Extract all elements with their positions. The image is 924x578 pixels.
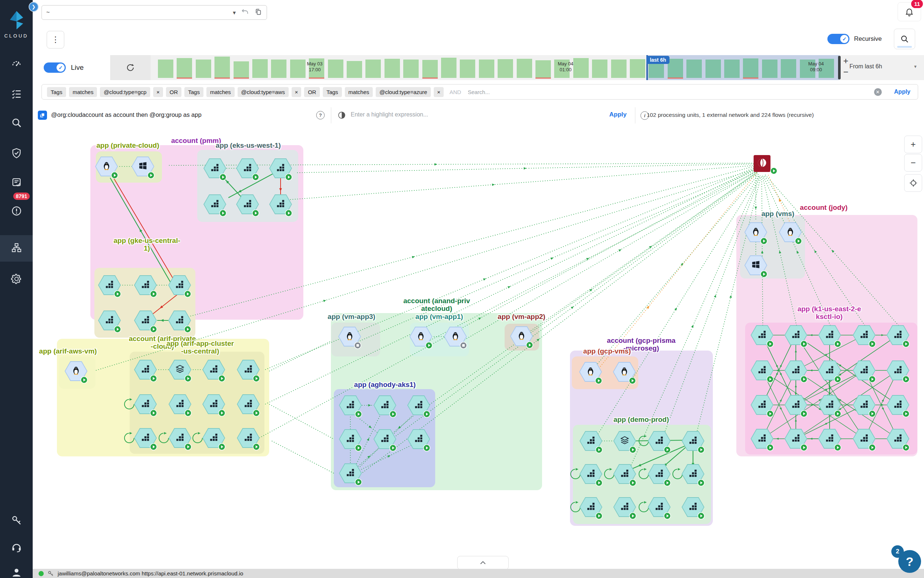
sidebar-item-alerts[interactable]: 8791 bbox=[0, 198, 33, 225]
play-badge-icon[interactable] bbox=[150, 375, 157, 382]
play-badge-icon[interactable] bbox=[184, 326, 191, 333]
sidebar-item-search[interactable] bbox=[0, 110, 33, 137]
play-badge-icon[interactable] bbox=[184, 375, 192, 382]
topology-canvas[interactable]: account (pmm)account (anand-priv ateclou… bbox=[33, 127, 924, 569]
play-badge-icon[interactable] bbox=[629, 377, 636, 384]
histogram-bar[interactable] bbox=[743, 58, 758, 78]
play-badge-icon[interactable] bbox=[834, 410, 841, 417]
histogram-bar[interactable] bbox=[706, 60, 721, 78]
histogram-bar[interactable] bbox=[422, 60, 438, 78]
play-badge-icon[interactable] bbox=[800, 375, 807, 383]
play-badge-icon[interactable] bbox=[114, 326, 121, 333]
histogram-bar[interactable] bbox=[403, 60, 419, 78]
histogram-bar[interactable] bbox=[479, 60, 494, 78]
histogram-bar[interactable] bbox=[196, 60, 211, 78]
filter-value-pill[interactable]: @cloud:type=gcp bbox=[100, 87, 150, 97]
histogram-bar[interactable] bbox=[592, 60, 607, 78]
play-badge-icon[interactable] bbox=[795, 237, 802, 245]
histogram-bar[interactable] bbox=[460, 60, 475, 78]
play-badge-icon[interactable] bbox=[147, 172, 155, 179]
play-badge-icon[interactable] bbox=[596, 446, 603, 453]
internet-node[interactable] bbox=[754, 155, 770, 172]
histogram-bar[interactable] bbox=[686, 60, 702, 78]
histogram-bar[interactable] bbox=[290, 60, 306, 78]
play-badge-icon[interactable] bbox=[150, 409, 157, 417]
fit-view-button[interactable] bbox=[904, 174, 922, 192]
histogram-bar[interactable] bbox=[724, 60, 740, 78]
play-badge-icon[interactable] bbox=[663, 446, 671, 453]
play-badge-icon[interactable] bbox=[869, 375, 876, 383]
play-badge-icon[interactable] bbox=[902, 375, 910, 383]
play-badge-icon[interactable] bbox=[184, 290, 191, 298]
histogram-bar[interactable] bbox=[214, 57, 230, 78]
histogram-bar[interactable] bbox=[328, 60, 343, 78]
play-badge-icon[interactable] bbox=[834, 375, 841, 383]
histogram-bar[interactable] bbox=[233, 62, 249, 78]
play-badge-icon[interactable] bbox=[629, 512, 636, 520]
play-badge-icon[interactable] bbox=[697, 479, 705, 487]
play-badge-icon[interactable] bbox=[629, 446, 636, 453]
stop-badge-icon[interactable] bbox=[460, 342, 467, 349]
filter-field-pill[interactable]: Tags bbox=[323, 87, 342, 97]
play-badge-icon[interactable] bbox=[629, 479, 636, 487]
query-expression[interactable]: @org:cloudaccount as account then @org:g… bbox=[51, 111, 202, 119]
sidebar-expand-button[interactable]: ❯ bbox=[29, 2, 39, 12]
play-badge-icon[interactable] bbox=[218, 409, 225, 417]
play-badge-icon[interactable] bbox=[800, 410, 807, 417]
histogram-bar[interactable] bbox=[366, 60, 381, 78]
filter-op-pill[interactable]: matches bbox=[69, 87, 97, 97]
histogram-bar[interactable] bbox=[347, 61, 362, 78]
histogram-bar[interactable] bbox=[385, 59, 400, 78]
play-badge-icon[interactable] bbox=[767, 444, 774, 451]
breadcrumb-dropdown[interactable]: ~ ▾ bbox=[42, 5, 267, 20]
play-badge-icon[interactable] bbox=[800, 340, 807, 347]
filter-op-pill[interactable]: matches bbox=[345, 87, 373, 97]
timeline-zoom-in[interactable]: + bbox=[843, 56, 848, 66]
sidebar-item-compliance[interactable] bbox=[0, 141, 33, 167]
prisma-cloud-logo[interactable]: CLOUD bbox=[0, 10, 33, 39]
play-badge-icon[interactable] bbox=[150, 290, 157, 298]
play-badge-icon[interactable] bbox=[869, 340, 876, 347]
play-badge-icon[interactable] bbox=[355, 411, 362, 418]
sidebar-item-network[interactable] bbox=[0, 235, 33, 261]
timeline-drag-handle[interactable] bbox=[838, 56, 841, 80]
play-badge-icon[interactable] bbox=[869, 410, 876, 417]
remove-filter-icon[interactable]: × bbox=[434, 87, 443, 97]
play-badge-icon[interactable] bbox=[834, 340, 841, 347]
play-badge-icon[interactable] bbox=[663, 512, 671, 520]
play-badge-icon[interactable] bbox=[767, 340, 774, 347]
time-range-dropdown[interactable]: From last 6h ▼ bbox=[850, 63, 918, 70]
play-badge-icon[interactable] bbox=[219, 174, 227, 181]
play-badge-icon[interactable] bbox=[355, 444, 362, 451]
play-badge-icon[interactable] bbox=[425, 342, 433, 349]
zoom-out-button[interactable]: − bbox=[904, 154, 922, 172]
undo-icon[interactable] bbox=[241, 8, 249, 17]
sidebar-item-access-keys[interactable] bbox=[0, 508, 33, 534]
chevron-down-icon[interactable]: ▾ bbox=[233, 9, 236, 16]
play-badge-icon[interactable] bbox=[114, 290, 121, 298]
remove-filter-icon[interactable]: × bbox=[291, 87, 301, 97]
remove-filter-icon[interactable]: × bbox=[153, 87, 163, 97]
timeline-zoom-out[interactable]: − bbox=[843, 67, 848, 77]
play-badge-icon[interactable] bbox=[252, 209, 259, 217]
clear-filters-icon[interactable]: ✕ bbox=[874, 88, 882, 96]
play-badge-icon[interactable] bbox=[902, 410, 910, 417]
histogram-bar[interactable] bbox=[536, 60, 551, 78]
live-toggle[interactable]: ✓ bbox=[44, 62, 66, 73]
play-badge-icon[interactable] bbox=[81, 376, 88, 384]
play-badge-icon[interactable] bbox=[252, 443, 260, 450]
play-badge-icon[interactable] bbox=[767, 375, 774, 383]
play-badge-icon[interactable] bbox=[218, 443, 225, 450]
play-badge-icon[interactable] bbox=[285, 209, 292, 217]
highlight-toggle-icon[interactable] bbox=[338, 111, 346, 121]
refresh-button[interactable] bbox=[110, 55, 150, 80]
play-badge-icon[interactable] bbox=[355, 479, 362, 486]
play-badge-icon[interactable] bbox=[902, 340, 910, 347]
play-badge-icon[interactable] bbox=[760, 270, 767, 278]
play-badge-icon[interactable] bbox=[697, 512, 705, 520]
play-badge-icon[interactable] bbox=[219, 209, 227, 217]
histogram-bar[interactable] bbox=[158, 60, 173, 78]
filter-field-pill[interactable]: Tags bbox=[184, 87, 204, 97]
histogram-bar[interactable] bbox=[176, 58, 192, 78]
play-badge-icon[interactable] bbox=[834, 444, 841, 451]
